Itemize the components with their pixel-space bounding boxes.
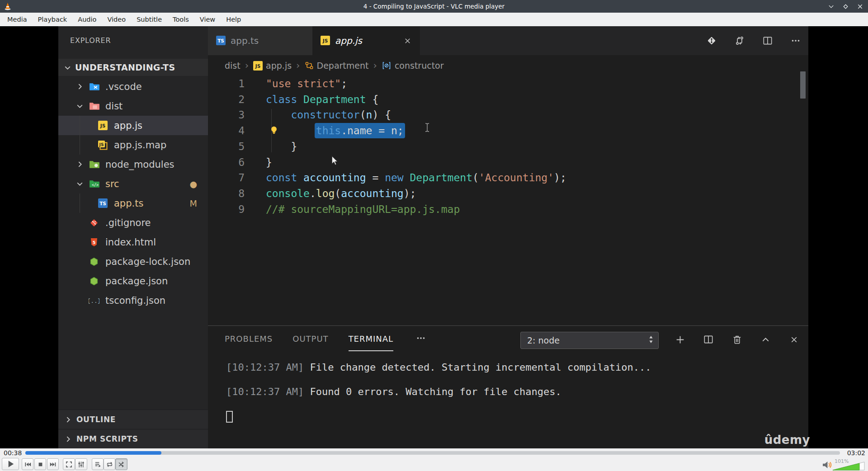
explorer-title: EXPLORER xyxy=(70,36,111,45)
sidebar-item-vscode[interactable]: .vscode xyxy=(58,77,208,96)
sidebar-item-node-modules[interactable]: node_modules xyxy=(58,155,208,174)
sidebar-item-package-lock-json[interactable]: package-lock.json xyxy=(58,252,208,271)
maximize-button[interactable] xyxy=(842,3,849,10)
line-number: 5 xyxy=(208,139,245,155)
sidebar-item-src[interactable]: </>src● xyxy=(58,174,208,193)
close-tab-icon[interactable] xyxy=(403,37,412,45)
lightbulb-icon[interactable] xyxy=(269,125,279,137)
item-label: src xyxy=(105,179,119,189)
menu-playback[interactable]: Playback xyxy=(33,13,73,26)
mouse-cursor-icon xyxy=(330,155,339,169)
panel-tab-problems[interactable]: PROBLEMS xyxy=(225,326,273,351)
panel-tab-output[interactable]: OUTPUT xyxy=(292,326,328,351)
split-editor-button[interactable] xyxy=(761,35,774,47)
seek-slider[interactable] xyxy=(25,451,840,455)
breadcrumb-separator: › xyxy=(245,60,249,71)
menu-subtitle[interactable]: Subtitle xyxy=(131,13,167,26)
svg-text:JS: JS xyxy=(99,142,104,146)
code-text: } xyxy=(266,155,272,170)
item-label: dist xyxy=(105,101,123,112)
item-label: app.js xyxy=(114,120,142,131)
panel-more-icon[interactable] xyxy=(414,332,428,344)
sidebar-item-app-js[interactable]: JSapp.js xyxy=(58,116,208,135)
play-button[interactable] xyxy=(2,458,19,470)
terminal-cursor xyxy=(226,411,233,423)
breadcrumb-dist[interactable]: dist xyxy=(225,61,241,71)
select-arrows-icon xyxy=(648,334,654,346)
dirty-badge: ● xyxy=(189,179,197,189)
new-terminal-button[interactable] xyxy=(673,334,687,346)
sidebar-item-app-js-map[interactable]: JSapp.js.map xyxy=(58,135,208,155)
fullscreen-button[interactable] xyxy=(63,458,75,470)
section-npm-scripts[interactable]: NPM SCRIPTS xyxy=(58,429,208,448)
code-editor[interactable]: 1"use strict";2class Department {3 const… xyxy=(208,76,808,325)
explorer-sidebar: EXPLORER UNDERSTANDING-TS .vscodedistJSa… xyxy=(58,26,208,448)
menu-help[interactable]: Help xyxy=(221,13,246,26)
close-panel-button[interactable] xyxy=(787,335,801,344)
sidebar-item-tsconfig-json[interactable]: {..}tsconfig.json xyxy=(58,291,208,310)
terminal-line: [10:12:37 AM] File change detected. Star… xyxy=(226,355,799,380)
menu-audio[interactable]: Audio xyxy=(72,13,102,26)
menu-tools[interactable]: Tools xyxy=(167,13,194,26)
maximize-panel-button[interactable] xyxy=(759,334,772,345)
code-text: //# sourceMappingURL=app.js.map xyxy=(266,202,460,217)
transport-controls: 101% xyxy=(0,457,868,471)
menu-media[interactable]: Media xyxy=(2,13,33,26)
vlc-window: 4 - Compiling to JavaScript - VLC media … xyxy=(0,0,868,471)
terminal-output[interactable]: [10:12:37 AM] File change detected. Star… xyxy=(226,355,799,429)
extended-settings-button[interactable] xyxy=(75,458,87,470)
item-label: node_modules xyxy=(105,159,175,170)
file-tsconfig-icon: {..} xyxy=(89,296,99,306)
volume-slider[interactable] xyxy=(832,462,865,471)
minimize-button[interactable] xyxy=(827,3,835,10)
next-button[interactable] xyxy=(47,458,59,470)
seek-fill xyxy=(25,451,161,455)
sidebar-item-gitignore[interactable]: .gitignore xyxy=(58,213,208,232)
bottom-panel: PROBLEMSOUTPUTTERMINAL 2: node [10:12:37… xyxy=(208,325,808,448)
sidebar-item-index-html[interactable]: 5index.html xyxy=(58,232,208,252)
line-number: 1 xyxy=(208,76,245,92)
tab-app-js[interactable]: JSapp.js xyxy=(312,26,420,55)
chevron-right-icon xyxy=(76,160,89,168)
chevron-down-icon xyxy=(76,180,89,188)
menu-view[interactable]: View xyxy=(194,13,221,26)
tab-app-ts[interactable]: TSapp.ts xyxy=(208,26,312,55)
open-changes-button[interactable] xyxy=(705,35,718,47)
sync-button[interactable] xyxy=(733,35,746,47)
random-button[interactable] xyxy=(115,458,127,470)
panel-tab-terminal[interactable]: TERMINAL xyxy=(349,326,394,351)
sidebar-item-package-json[interactable]: package.json xyxy=(58,271,208,291)
breadcrumb-label: dist xyxy=(225,61,241,71)
line-number: 8 xyxy=(208,186,245,202)
chevron-right-icon xyxy=(76,83,89,90)
project-header[interactable]: UNDERSTANDING-TS xyxy=(58,59,208,76)
terminal-select[interactable]: 2: node xyxy=(520,332,659,349)
breadcrumb-constructor[interactable]: constructor xyxy=(382,61,444,71)
stop-button[interactable] xyxy=(34,458,46,470)
seek-row: 00:38 03:02 xyxy=(0,448,868,457)
editor-scrollbar[interactable] xyxy=(800,71,806,99)
previous-button[interactable] xyxy=(22,458,33,470)
more-actions-button[interactable] xyxy=(789,35,802,47)
loop-button[interactable] xyxy=(104,458,115,470)
kill-terminal-button[interactable] xyxy=(730,334,744,345)
close-button[interactable] xyxy=(856,3,863,10)
sidebar-item-app-ts[interactable]: TSapp.tsM xyxy=(58,193,208,213)
selection-highlight: this.name = n; xyxy=(315,123,405,138)
video-canvas[interactable]: EXPLORER UNDERSTANDING-TS .vscodedistJSa… xyxy=(0,26,868,448)
breadcrumb-separator: › xyxy=(296,60,300,71)
playlist-button[interactable] xyxy=(92,458,104,470)
sidebar-item-dist[interactable]: dist xyxy=(58,96,208,116)
item-label: index.html xyxy=(105,237,156,248)
breadcrumb-separator: › xyxy=(373,60,377,71)
split-terminal-button[interactable] xyxy=(702,334,715,345)
symbol-class-icon xyxy=(305,61,314,70)
menu-bar: MediaPlaybackAudioVideoSubtitleToolsView… xyxy=(0,13,868,26)
terminal-prompt-line xyxy=(226,404,799,429)
section-outline[interactable]: OUTLINE xyxy=(58,410,208,429)
speaker-icon[interactable] xyxy=(822,461,832,469)
file-html-icon: 5 xyxy=(89,237,99,247)
menu-video[interactable]: Video xyxy=(102,13,131,26)
breadcrumb-app-js[interactable]: JSapp.js xyxy=(253,61,292,71)
breadcrumb-department[interactable]: Department xyxy=(305,61,369,71)
